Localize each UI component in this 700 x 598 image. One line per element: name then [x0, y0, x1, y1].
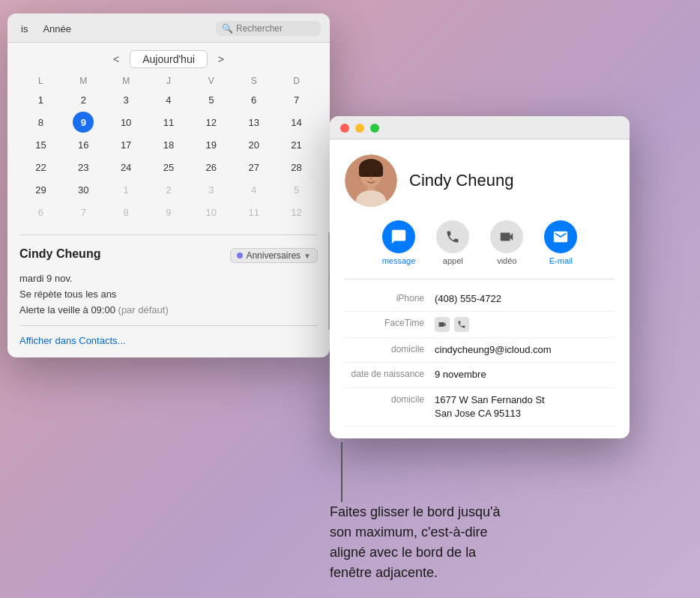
cal-day[interactable]: 15	[30, 134, 51, 155]
facetime-audio-icon[interactable]	[454, 317, 469, 332]
cal-day[interactable]: 12	[201, 112, 222, 133]
info-row-address: domicile 1677 W San Fernando St San Jose…	[345, 388, 615, 426]
event-title: Cindy Cheung	[19, 247, 100, 261]
email-label: E-mail	[549, 256, 573, 265]
event-repeat: Se répète tous les ans	[19, 287, 318, 303]
svg-rect-3	[359, 166, 383, 177]
email-icon	[544, 220, 577, 253]
minimize-button[interactable]	[355, 124, 364, 133]
cal-day[interactable]: 21	[286, 134, 307, 155]
current-period-label: Aujourd'hui	[130, 50, 208, 68]
phone-icon	[436, 220, 469, 253]
next-month-button[interactable]: >	[214, 52, 229, 67]
show-in-contacts-link[interactable]: Afficher dans Contacts...	[19, 335, 125, 346]
cal-day[interactable]: 30	[73, 179, 94, 200]
maximize-button[interactable]	[370, 124, 379, 133]
cal-day[interactable]: 26	[201, 157, 222, 178]
cal-day[interactable]: 24	[115, 157, 136, 178]
cal-day[interactable]: 10	[115, 112, 136, 133]
cal-day-other[interactable]: 4	[244, 179, 265, 200]
event-badge-row: Anniversaires ▼	[230, 248, 318, 263]
cal-day-other[interactable]: 8	[115, 202, 136, 223]
cal-day-today[interactable]: 9	[73, 112, 94, 133]
email-action-button[interactable]: E-mail	[544, 220, 577, 265]
info-row-iphone: iPhone (408) 555-4722	[345, 287, 615, 312]
cal-day[interactable]: 7	[286, 89, 307, 110]
cal-day[interactable]: 4	[158, 89, 179, 110]
weekday-L: L	[19, 76, 62, 86]
cal-day[interactable]: 27	[244, 157, 265, 178]
search-bar[interactable]: 🔍	[216, 21, 321, 36]
cal-day[interactable]: 8	[30, 112, 51, 133]
cal-day[interactable]: 17	[115, 134, 136, 155]
cal-day-other[interactable]: 1	[115, 179, 136, 200]
cal-day-other[interactable]: 9	[158, 202, 179, 223]
contact-name: Cindy Cheung	[409, 171, 513, 190]
iphone-value[interactable]: (408) 555-4722	[435, 292, 501, 306]
cal-day-other[interactable]: 3	[201, 179, 222, 200]
cal-day[interactable]: 13	[244, 112, 265, 133]
svg-point-6	[370, 178, 372, 179]
cal-day[interactable]: 2	[73, 89, 94, 110]
video-icon	[490, 220, 523, 253]
event-alert: Alerte la veille à 09:00 (par défaut)	[19, 303, 318, 318]
call-action-button[interactable]: appel	[436, 220, 469, 265]
cal-day[interactable]: 20	[244, 134, 265, 155]
facetime-label: FaceTime	[345, 317, 435, 328]
event-badge[interactable]: Anniversaires ▼	[230, 248, 318, 263]
cal-day[interactable]: 23	[73, 157, 94, 178]
facetime-video-icon[interactable]	[435, 317, 450, 332]
cal-day[interactable]: 1	[30, 89, 51, 110]
message-label: message	[382, 256, 416, 265]
contact-header: Cindy Cheung	[345, 154, 615, 207]
tab-annee[interactable]: Année	[38, 22, 76, 36]
birthday-label: date de naissance	[345, 368, 435, 379]
search-input[interactable]	[236, 23, 315, 34]
email-field-value[interactable]: cindycheung9@icloud.com	[435, 343, 552, 357]
cal-day[interactable]: 3	[115, 89, 136, 110]
cal-day[interactable]: 6	[244, 89, 265, 110]
svg-point-5	[374, 173, 377, 177]
cal-day-other[interactable]: 7	[73, 202, 94, 223]
calendar-weekday-header: L M M J V S D	[19, 73, 318, 89]
video-action-button[interactable]: vidéo	[490, 220, 523, 265]
cal-day[interactable]: 19	[201, 134, 222, 155]
address-value: 1677 W San Fernando St San Jose CA 95113	[435, 393, 545, 420]
cal-day[interactable]: 5	[201, 89, 222, 110]
tab-is[interactable]: is	[16, 22, 32, 36]
close-button[interactable]	[340, 124, 349, 133]
cal-day[interactable]: 11	[158, 112, 179, 133]
annotation-text: Faites glisser le bord jusqu'à son maxim…	[330, 502, 615, 583]
weekday-V: V	[190, 76, 232, 86]
calendar-body: 1 2 3 4 5 6 7 8 9 10 11 12 13 14 15 16 1…	[19, 89, 318, 223]
message-icon	[382, 220, 415, 253]
cal-day-other[interactable]: 2	[158, 179, 179, 200]
cal-day[interactable]: 14	[286, 112, 307, 133]
contact-window: Cindy Cheung message appel	[330, 116, 630, 438]
cal-day[interactable]: 16	[73, 134, 94, 155]
search-icon: 🔍	[222, 23, 233, 34]
event-date: mardi 9 nov.	[19, 271, 318, 287]
event-alert-default: (par défaut)	[118, 304, 169, 315]
action-buttons: message appel vidéo	[345, 220, 615, 265]
cal-day[interactable]: 29	[30, 179, 51, 200]
video-label: vidéo	[497, 256, 516, 265]
cal-day-other[interactable]: 6	[30, 202, 51, 223]
email-field-label: domicile	[345, 343, 435, 354]
call-label: appel	[443, 256, 463, 265]
cal-day-other[interactable]: 5	[286, 179, 307, 200]
cal-day[interactable]: 18	[158, 134, 179, 155]
cal-day[interactable]: 22	[30, 157, 51, 178]
weekday-J: J	[148, 76, 190, 86]
prev-month-button[interactable]: <	[109, 52, 124, 67]
cal-day-other[interactable]: 12	[286, 202, 307, 223]
message-action-button[interactable]: message	[382, 220, 416, 265]
cal-day-other[interactable]: 11	[244, 202, 265, 223]
cal-day[interactable]: 25	[158, 157, 179, 178]
info-row-facetime: FaceTime	[345, 312, 615, 338]
calendar-nav: < Aujourd'hui >	[7, 43, 330, 73]
cal-day[interactable]: 28	[286, 157, 307, 178]
cal-day-other[interactable]: 10	[201, 202, 222, 223]
calendar-titlebar: is Année 🔍	[7, 13, 330, 43]
badge-label: Anniversaires	[246, 250, 301, 261]
